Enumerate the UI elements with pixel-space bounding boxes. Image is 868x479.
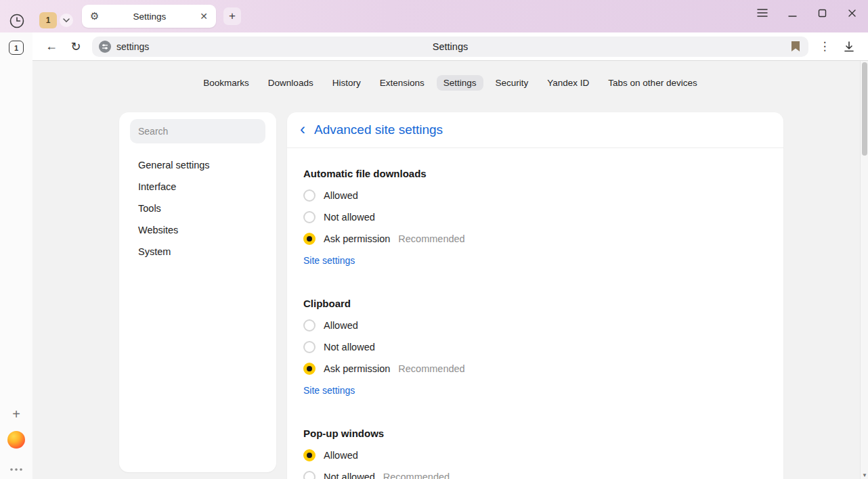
section-automatic-file-downloads: Automatic file downloads Allowed Not all… xyxy=(303,163,767,271)
radio-row-allowed[interactable]: Allowed xyxy=(303,315,767,336)
yandex-browser-logo[interactable] xyxy=(7,431,25,449)
section-title: Clipboard xyxy=(303,293,767,315)
radio-label[interactable]: Not allowed xyxy=(324,472,375,479)
radio-label[interactable]: Not allowed xyxy=(324,212,375,223)
nav-tab-settings[interactable]: Settings xyxy=(437,75,483,91)
close-window-button[interactable] xyxy=(842,3,861,22)
section-title: Automatic file downloads xyxy=(303,163,767,185)
address-bar-left: settings xyxy=(99,41,149,53)
recommended-note: Recommended xyxy=(398,363,464,374)
nav-tab-downloads[interactable]: Downloads xyxy=(261,75,320,91)
minimize-button[interactable] xyxy=(783,3,802,22)
radio-row-ask-permission[interactable]: Ask permission Recommended xyxy=(303,358,767,380)
chevron-left-icon[interactable]: ‹ xyxy=(294,121,311,139)
radio-row-not-allowed[interactable]: Not allowed Recommended xyxy=(303,466,767,479)
radio-button[interactable] xyxy=(303,449,316,461)
radio-row-not-allowed[interactable]: Not allowed xyxy=(303,206,767,228)
page-title: Settings xyxy=(92,41,808,52)
radio-row-not-allowed[interactable]: Not allowed xyxy=(303,336,767,358)
search-input[interactable] xyxy=(130,119,265,143)
radio-row-allowed[interactable]: Allowed xyxy=(303,444,767,466)
recommended-note: Recommended xyxy=(383,472,450,479)
nav-tab-extensions[interactable]: Extensions xyxy=(373,75,431,91)
new-tab-button[interactable]: + xyxy=(223,7,241,25)
section-clipboard: Clipboard Allowed Not allowed Ask permis… xyxy=(303,293,767,401)
reload-button[interactable]: ↻ xyxy=(64,36,88,58)
site-settings-link[interactable]: Site settings xyxy=(303,380,767,401)
site-icon xyxy=(99,41,111,53)
radio-row-allowed[interactable]: Allowed xyxy=(303,185,767,206)
nav-tab-yandex-id[interactable]: Yandex ID xyxy=(540,75,596,91)
advanced-site-settings-card: ‹ Advanced site settings Automatic file … xyxy=(287,112,783,479)
settings-nav: Bookmarks Downloads History Extensions S… xyxy=(32,75,868,91)
side-strip: 1 + xyxy=(0,32,32,479)
maximize-button[interactable] xyxy=(812,3,831,22)
url-text: settings xyxy=(116,41,149,52)
browser-tab-settings[interactable]: ⚙ Settings ✕ xyxy=(82,5,216,28)
sidebar-item-websites[interactable]: Websites xyxy=(119,219,276,241)
gear-icon: ⚙ xyxy=(90,10,99,22)
back-button[interactable]: ← xyxy=(39,36,64,58)
radio-label[interactable]: Allowed xyxy=(324,450,358,461)
scrollbar-down-arrow-icon[interactable]: ▼ xyxy=(861,472,868,478)
history-clock-icon[interactable] xyxy=(7,12,26,30)
chevron-down-icon[interactable] xyxy=(60,14,73,27)
nav-tab-security[interactable]: Security xyxy=(489,75,536,91)
section-title: Pop-up windows xyxy=(303,423,767,444)
tab-title: Settings xyxy=(99,12,200,22)
nav-tab-history[interactable]: History xyxy=(326,75,368,91)
tab-group: 1 xyxy=(39,12,73,28)
sidebar-item-tools[interactable]: Tools xyxy=(119,198,276,219)
section-popup-windows: Pop-up windows Allowed Not allowed Recom… xyxy=(303,423,767,479)
browser-toolbar: ← ↻ settings Settings ⋮ xyxy=(32,32,868,61)
titlebar: 1 ⚙ Settings ✕ + xyxy=(0,0,868,32)
radio-button[interactable] xyxy=(303,233,316,245)
settings-sidebar-card: General settings Interface Tools Website… xyxy=(119,112,276,472)
tab-group-badge[interactable]: 1 xyxy=(39,12,57,28)
settings-page: Bookmarks Downloads History Extensions S… xyxy=(32,61,868,479)
window-controls xyxy=(753,3,861,22)
radio-button[interactable] xyxy=(303,471,316,479)
address-bar[interactable]: settings Settings xyxy=(92,37,808,57)
radio-button[interactable] xyxy=(303,319,316,332)
radio-label[interactable]: Ask permission xyxy=(324,363,390,374)
sidebar-item-general-settings[interactable]: General settings xyxy=(119,154,276,176)
sidebar-item-system[interactable]: System xyxy=(119,241,276,263)
sidebar-item-interface[interactable]: Interface xyxy=(119,176,276,198)
page-scrollbar[interactable]: ▼ xyxy=(860,61,868,479)
card-body: Automatic file downloads Allowed Not all… xyxy=(287,163,783,479)
settings-menu: General settings Interface Tools Website… xyxy=(119,154,276,263)
radio-button[interactable] xyxy=(303,341,316,353)
menu-hamburger-icon[interactable] xyxy=(753,3,772,22)
radio-label[interactable]: Allowed xyxy=(324,190,358,201)
radio-label[interactable]: Ask permission xyxy=(324,233,390,244)
nav-tab-bookmarks[interactable]: Bookmarks xyxy=(196,75,256,91)
radio-button[interactable] xyxy=(303,189,316,202)
radio-button[interactable] xyxy=(303,211,316,223)
tab-close-icon[interactable]: ✕ xyxy=(200,12,208,21)
card-header: ‹ Advanced site settings xyxy=(287,112,783,148)
card-header-title[interactable]: Advanced site settings xyxy=(314,122,443,137)
radio-button[interactable] xyxy=(303,363,316,375)
radio-row-ask-permission[interactable]: Ask permission Recommended xyxy=(303,228,767,250)
downloads-icon[interactable] xyxy=(837,36,861,58)
nav-tab-other-devices[interactable]: Tabs on other devices xyxy=(601,75,703,91)
bookmark-icon[interactable] xyxy=(791,41,800,52)
tab-counter-icon[interactable]: 1 xyxy=(9,41,24,55)
radio-label[interactable]: Allowed xyxy=(324,320,358,331)
strip-more-icon[interactable] xyxy=(0,468,32,471)
more-options-kebab-icon[interactable]: ⋮ xyxy=(812,36,837,58)
site-settings-link[interactable]: Site settings xyxy=(303,250,767,271)
recommended-note: Recommended xyxy=(398,233,464,244)
scrollbar-thumb[interactable] xyxy=(862,62,867,156)
radio-label[interactable]: Not allowed xyxy=(324,342,375,352)
strip-new-tab-button[interactable]: + xyxy=(0,407,32,422)
